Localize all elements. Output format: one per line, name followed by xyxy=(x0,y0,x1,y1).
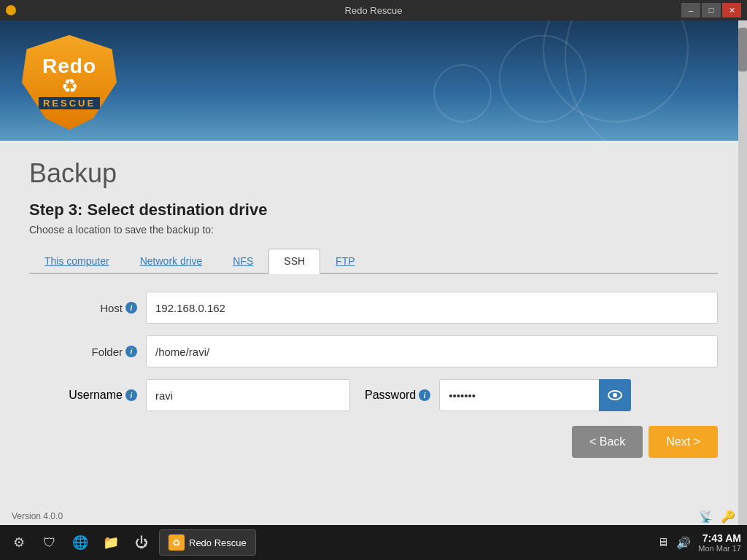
taskbar-volume-icon[interactable]: 🔊 xyxy=(676,536,691,550)
back-button[interactable]: < Back xyxy=(572,426,643,458)
taskbar: ⚙ 🛡 🌐 📁 ⏻ ♻ Redo Rescue 🖥 🔊 7:43 AM Mon … xyxy=(0,525,747,560)
step-title: Step 3: Select destination drive xyxy=(29,201,718,219)
logo-recycle-icon: ♻ xyxy=(61,77,78,96)
taskbar-shield-icon[interactable]: 🛡 xyxy=(36,529,63,556)
maximize-button[interactable]: □ xyxy=(702,3,721,18)
username-label-area: Username i xyxy=(29,389,146,402)
titlebar-dot xyxy=(6,5,16,15)
username-info-icon[interactable]: i xyxy=(125,389,137,401)
statusbar-icons: 📡 🔑 xyxy=(699,510,735,524)
titlebar-left xyxy=(6,5,16,15)
main-content: Backup Step 3: Select destination drive … xyxy=(0,141,747,525)
host-input[interactable] xyxy=(146,292,718,324)
step-description: Choose a location to save the backup to: xyxy=(29,224,718,236)
password-section: Password i xyxy=(365,379,631,411)
taskbar-app-icon: ♻ xyxy=(169,534,185,551)
next-button[interactable]: Next > xyxy=(649,426,718,458)
eye-icon xyxy=(608,390,622,400)
logo-text-rescue: RESCUE xyxy=(39,97,100,109)
password-input[interactable] xyxy=(439,379,600,411)
clock-date: Mon Mar 17 xyxy=(698,544,741,553)
taskbar-app-redo[interactable]: ♻ Redo Rescue xyxy=(159,529,256,556)
svg-point-1 xyxy=(613,393,617,397)
tab-this-computer[interactable]: This computer xyxy=(29,249,125,273)
folder-info-icon[interactable]: i xyxy=(125,346,137,357)
folder-row: Folder i xyxy=(29,335,718,368)
tab-network-drive[interactable]: Network drive xyxy=(125,249,218,273)
scrollbar[interactable] xyxy=(738,20,747,525)
titlebar: Redo Rescue – □ ✕ xyxy=(0,0,747,20)
tab-ssh[interactable]: SSH xyxy=(268,249,320,274)
logo-shield: Redo ♻ RESCUE xyxy=(22,35,117,130)
toggle-password-button[interactable] xyxy=(599,379,631,411)
credentials-row: Username i Password i xyxy=(29,379,718,411)
tab-nfs[interactable]: NFS xyxy=(217,249,268,273)
page-title: Backup xyxy=(29,158,718,189)
version-label: Version 4.0.0 xyxy=(12,511,63,521)
clock[interactable]: 7:43 AM Mon Mar 17 xyxy=(698,532,741,553)
deco-circle-3 xyxy=(433,64,492,122)
taskbar-app-label: Redo Rescue xyxy=(189,537,247,548)
deco-circle-4 xyxy=(565,20,747,141)
taskbar-right: 🖥 🔊 7:43 AM Mon Mar 17 xyxy=(657,532,741,553)
taskbar-power-icon[interactable]: ⏻ xyxy=(128,529,155,556)
minimize-button[interactable]: – xyxy=(681,3,700,18)
statusbar: Version 4.0.0 📡 🔑 xyxy=(0,508,747,525)
destination-tabs: This computer Network drive NFS SSH FTP xyxy=(29,249,718,274)
close-button[interactable]: ✕ xyxy=(722,3,741,18)
taskbar-monitor-icon[interactable]: 🖥 xyxy=(657,536,669,549)
scrollbar-thumb[interactable] xyxy=(738,28,747,71)
titlebar-title: Redo Rescue xyxy=(345,5,403,16)
host-info-icon[interactable]: i xyxy=(125,302,137,314)
key-icon[interactable]: 🔑 xyxy=(721,510,735,524)
header-banner: Redo ♻ RESCUE xyxy=(0,20,747,141)
taskbar-globe-icon[interactable]: 🌐 xyxy=(67,529,93,556)
taskbar-folder-icon[interactable]: 📁 xyxy=(98,529,124,556)
clock-time: 7:43 AM xyxy=(698,532,741,544)
password-info-icon[interactable]: i xyxy=(419,389,430,401)
satellite-icon[interactable]: 📡 xyxy=(699,510,713,524)
taskbar-settings-icon[interactable]: ⚙ xyxy=(6,529,32,556)
password-label-area: Password i xyxy=(365,389,430,402)
username-input[interactable] xyxy=(146,379,350,411)
folder-label: Folder i xyxy=(29,346,146,358)
logo: Redo ♻ RESCUE xyxy=(22,35,117,130)
logo-text-redo: Redo xyxy=(42,56,96,77)
logo-inner: Redo ♻ RESCUE xyxy=(39,56,100,109)
action-buttons: < Back Next > xyxy=(29,426,718,458)
titlebar-controls: – □ ✕ xyxy=(681,3,741,18)
host-label: Host i xyxy=(29,302,146,314)
folder-input[interactable] xyxy=(146,335,718,368)
host-row: Host i xyxy=(29,292,718,324)
tab-ftp[interactable]: FTP xyxy=(320,249,370,273)
taskbar-left: ⚙ 🛡 🌐 📁 ⏻ ♻ Redo Rescue xyxy=(6,529,256,556)
